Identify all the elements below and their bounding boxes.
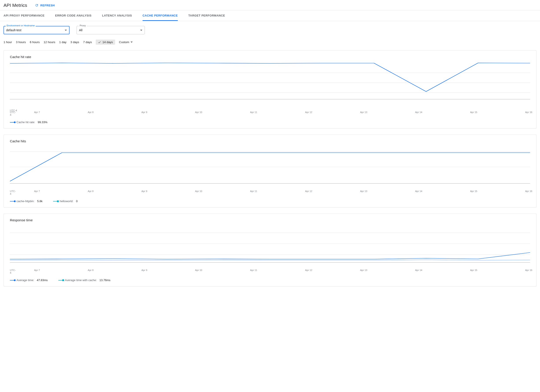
chart-cache-hits[interactable] <box>10 145 530 189</box>
card-title: Cache hits <box>4 135 536 145</box>
proxy-select[interactable]: All <box>77 26 145 34</box>
card-response-time: Response time UTC-4 Apr 7 Apr 8 Apr 9 Ap… <box>4 213 536 286</box>
time-range-row: 1 hour 3 hours 6 hours 12 hours 1 day 3 … <box>4 36 536 50</box>
chevron-down-icon <box>130 42 133 43</box>
legend-value: 47.83ms <box>37 278 48 282</box>
chart-cache-hit-rate[interactable] <box>10 61 530 105</box>
proxy-value: All <box>79 28 83 32</box>
legend-label: Average time: <box>16 278 34 282</box>
legend-swatch <box>10 201 15 202</box>
chevron-down-icon <box>65 30 67 31</box>
time-range-14-days[interactable]: 14 days <box>96 40 115 45</box>
time-range-custom[interactable]: Custom <box>119 40 133 44</box>
time-range-3-days[interactable]: 3 days <box>70 40 79 44</box>
x-tick: Apr 14 <box>415 111 422 116</box>
x-tick: Apr 16 <box>525 269 532 274</box>
x-tick: Apr 15 <box>470 111 477 116</box>
x-tick: Apr 13 <box>360 269 367 274</box>
x-tick: Apr 8 <box>88 111 94 116</box>
environment-value: default-test <box>6 28 21 32</box>
x-tick: Apr 8 <box>88 269 94 274</box>
legend-swatch <box>10 280 15 280</box>
legend-item-cache-hit-rate[interactable]: Cache hit rate: 99.33% <box>10 120 48 124</box>
page-title: API Metrics <box>4 3 27 8</box>
x-tick: Apr 13 <box>360 190 367 195</box>
x-tick: Apr 7 <box>34 269 40 274</box>
x-tick: Apr 15 <box>470 190 477 195</box>
time-range-7-days[interactable]: 7 days <box>83 40 92 44</box>
x-tick: Apr 14 <box>415 190 422 195</box>
tab-cache-performance[interactable]: CACHE PERFORMANCE <box>143 10 178 21</box>
legend-item-cache-httpbin[interactable]: cache-httpbin: 5.8k <box>10 199 42 203</box>
legend-swatch <box>10 122 15 123</box>
proxy-field: Proxy All <box>77 26 145 34</box>
environment-label: Environment or Hostname <box>6 24 36 27</box>
time-range-custom-label: Custom <box>119 40 129 44</box>
chevron-down-icon <box>140 30 142 31</box>
tab-target-performance[interactable]: TARGET PERFORMANCE <box>188 10 225 21</box>
x-tick: Apr 10 <box>195 269 202 274</box>
x-tick: Apr 14 <box>415 269 422 274</box>
time-range-14-days-label: 14 days <box>102 40 113 44</box>
x-tick: Apr 16 <box>525 190 532 195</box>
card-title: Cache hit rate <box>4 51 536 61</box>
tabs: API PROXY PERFORMANCE ERROR CODE ANALYSI… <box>4 10 536 21</box>
refresh-label: REFRESH <box>40 4 55 7</box>
check-icon <box>98 41 101 44</box>
x-tick: Apr 10 <box>195 190 202 195</box>
tab-api-proxy-performance[interactable]: API PROXY PERFORMANCE <box>4 10 45 21</box>
legend-label: helloworld: <box>60 199 73 203</box>
tab-latency-analysis[interactable]: LATENCY ANALYSIS <box>102 10 132 21</box>
x-tick: Apr 9 <box>141 269 147 274</box>
timezone-label: UTC-4 <box>10 111 16 116</box>
legend-item-average-time[interactable]: Average time: 47.83ms <box>10 278 48 282</box>
x-tick: Apr 11 <box>250 111 257 116</box>
x-tick: Apr 11 <box>250 190 257 195</box>
refresh-icon <box>35 4 39 7</box>
x-tick: Apr 12 <box>305 190 312 195</box>
time-range-1-hour[interactable]: 1 hour <box>4 40 12 44</box>
legend-label: Cache hit rate: <box>16 120 35 124</box>
chart-response-time[interactable] <box>10 224 530 268</box>
x-tick: Apr 12 <box>305 111 312 116</box>
x-tick: Apr 13 <box>360 111 367 116</box>
x-tick: Apr 16 <box>525 111 532 116</box>
x-tick: Apr 15 <box>470 269 477 274</box>
legend-swatch <box>58 280 63 280</box>
x-tick: Apr 12 <box>305 269 312 274</box>
legend-value: 13.76ms <box>100 278 110 282</box>
time-range-3-hours[interactable]: 3 hours <box>16 40 26 44</box>
refresh-button[interactable]: REFRESH <box>35 4 55 7</box>
card-cache-hits: Cache hits UTC-4 Apr 7 Apr 8 Apr 9 Apr 1… <box>4 135 536 208</box>
x-tick: Apr 7 <box>34 190 40 195</box>
time-range-1-day[interactable]: 1 day <box>59 40 66 44</box>
legend-item-helloworld[interactable]: helloworld: 0 <box>53 199 77 203</box>
x-tick: Apr 8 <box>88 190 94 195</box>
legend-item-average-time-with-cache[interactable]: Average time with cache: 13.76ms <box>58 278 110 282</box>
time-range-6-hours[interactable]: 6 hours <box>30 40 40 44</box>
x-tick: Apr 9 <box>141 190 147 195</box>
x-tick: Apr 9 <box>141 111 147 116</box>
environment-field: Environment or Hostname default-test <box>4 26 70 34</box>
legend-value: 5.8k <box>37 199 43 203</box>
card-title: Response time <box>4 214 536 224</box>
x-tick: Apr 10 <box>195 111 202 116</box>
timezone-label: UTC-4 <box>10 269 16 274</box>
time-range-12-hours[interactable]: 12 hours <box>44 40 55 44</box>
legend-value: 99.33% <box>38 120 48 124</box>
x-tick: Apr 7 <box>34 111 40 116</box>
legend-label: cache-httpbin: <box>16 199 35 203</box>
legend-value: 0 <box>76 199 77 203</box>
tab-error-code-analysis[interactable]: ERROR CODE ANALYSIS <box>55 10 91 21</box>
environment-select[interactable]: default-test <box>4 26 70 34</box>
legend-label: Average time with cache: <box>65 278 97 282</box>
card-cache-hit-rate: Cache hit rate UTC-4 UTC-4 Apr 7 <box>4 50 536 129</box>
proxy-label: Proxy <box>79 24 87 27</box>
x-tick: Apr 11 <box>250 269 257 274</box>
legend-swatch <box>53 201 58 202</box>
timezone-label: UTC-4 <box>10 190 16 195</box>
